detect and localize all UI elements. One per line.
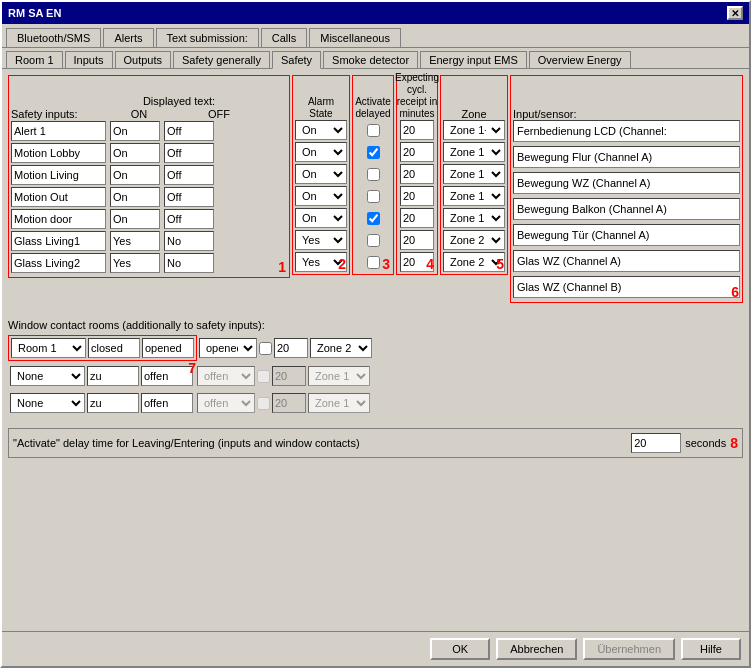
wc-opened-2[interactable] [141, 393, 193, 413]
input-name-0[interactable] [11, 121, 106, 141]
wc-room-select-0[interactable]: Room 1 [11, 338, 86, 358]
activate-delay-input[interactable] [631, 433, 681, 453]
wc-closed-0[interactable] [88, 338, 140, 358]
activate-cb-5[interactable] [367, 234, 380, 247]
wc-opened-0[interactable] [142, 338, 194, 358]
sensor-item-4: Bewegung Tür (Channel A) [513, 224, 740, 246]
input-off-3[interactable] [164, 187, 214, 207]
alarm-select-0[interactable]: On [295, 120, 347, 140]
input-on-4[interactable] [110, 209, 160, 229]
wc-row-0: Room 1 7 opened Zone 2 [8, 335, 743, 361]
zone-select-4[interactable]: Zone 1 [443, 208, 505, 228]
input-on-3[interactable] [110, 187, 160, 207]
alarm-state-header: Alarm State [295, 96, 347, 120]
alarm-select-3[interactable]: On [295, 186, 347, 206]
expect-4[interactable] [400, 208, 434, 228]
close-button[interactable]: ✕ [727, 6, 743, 20]
tab-safety-generally[interactable]: Safety generally [173, 51, 270, 68]
activate-cb-4[interactable] [367, 212, 380, 225]
tab-smoke-detector[interactable]: Smoke detector [323, 51, 418, 68]
ok-button[interactable]: OK [430, 638, 490, 660]
activate-cb-3[interactable] [367, 190, 380, 203]
off-header: OFF [194, 108, 244, 120]
activate-delayed-rows [355, 120, 391, 272]
tab-miscellaneous[interactable]: Miscellaneous [309, 28, 401, 47]
tab-energy-input-ems[interactable]: Energy input EMS [420, 51, 527, 68]
expect-3[interactable] [400, 186, 434, 206]
input-name-5[interactable] [11, 231, 106, 251]
alarm-select-2[interactable]: On [295, 164, 347, 184]
tab-calls[interactable]: Calls [261, 28, 307, 47]
wc-opened-1[interactable] [141, 366, 193, 386]
wc-closed-2[interactable] [87, 393, 139, 413]
section-5-label: 5 [496, 256, 504, 272]
alarm-select-4[interactable]: On [295, 208, 347, 228]
zone-select-1[interactable]: Zone 1 [443, 142, 505, 162]
zone-select-0[interactable]: Zone 1+2 [443, 120, 505, 140]
sensor-item-3: Bewegung Balkon (Channel A) [513, 198, 740, 220]
input-on-2[interactable] [110, 165, 160, 185]
input-on-6[interactable] [110, 253, 160, 273]
tab-alerts[interactable]: Alerts [103, 28, 153, 47]
zone-rows: Zone 1+2 Zone 1 Zone 1 Zone 1 Zone 1 Zon… [443, 120, 505, 272]
wc-alarm-0[interactable]: opened [199, 338, 257, 358]
wc-closed-1[interactable] [87, 366, 139, 386]
input-name-3[interactable] [11, 187, 106, 207]
input-on-0[interactable] [110, 121, 160, 141]
tab-outputs[interactable]: Outputs [115, 51, 172, 68]
input-off-4[interactable] [164, 209, 214, 229]
expect-5[interactable] [400, 230, 434, 250]
wc-cb-2 [257, 397, 270, 410]
expect-2[interactable] [400, 164, 434, 184]
zone-select-2[interactable]: Zone 1 [443, 164, 505, 184]
abbrechen-button[interactable]: Abbrechen [496, 638, 577, 660]
tab-bluetooth-sms[interactable]: Bluetooth/SMS [6, 28, 101, 47]
zone-select-3[interactable]: Zone 1 [443, 186, 505, 206]
alarm-select-5[interactable]: Yes [295, 230, 347, 250]
input-on-1[interactable] [110, 143, 160, 163]
section-8-label: 8 [730, 435, 738, 451]
tab-text-submission[interactable]: Text submission: [156, 28, 259, 47]
input-name-2[interactable] [11, 165, 106, 185]
ubernehmen-button[interactable]: Übernehmen [583, 638, 675, 660]
tab-overview-energy[interactable]: Overview Energy [529, 51, 631, 68]
hilfe-button[interactable]: Hilfe [681, 638, 741, 660]
wc-zone-0[interactable]: Zone 2 [310, 338, 372, 358]
wc-cb-0[interactable] [259, 342, 272, 355]
wc-room-select-1[interactable]: None [10, 366, 85, 386]
wc-row-2: None offen Zone 1 [8, 391, 743, 415]
input-off-1[interactable] [164, 143, 214, 163]
expecting-rows [399, 120, 435, 272]
wc-row-1: None offen Zone 1 [8, 364, 743, 388]
zone-select-5[interactable]: Zone 2 [443, 230, 505, 250]
wc-expect-0[interactable] [274, 338, 308, 358]
tab-safety[interactable]: Safety [272, 51, 321, 69]
row-motion-door [11, 209, 287, 229]
input-name-4[interactable] [11, 209, 106, 229]
activate-cb-0[interactable] [367, 124, 380, 137]
activate-cb-2[interactable] [367, 168, 380, 181]
expect-0[interactable] [400, 120, 434, 140]
alarm-select-1[interactable]: On [295, 142, 347, 162]
tab-inputs[interactable]: Inputs [65, 51, 113, 68]
window-contacts-section: Window contact rooms (additionally to sa… [8, 319, 743, 418]
activate-cb-6[interactable] [367, 256, 380, 269]
sensor-item-1: Bewegung Flur (Channel A) [513, 146, 740, 168]
main-content: Safety inputs: Displayed text: ON OFF [2, 69, 749, 631]
activate-cb-1[interactable] [367, 146, 380, 159]
input-off-6[interactable] [164, 253, 214, 273]
input-sensor-header: Input/sensor: [513, 108, 577, 120]
tab-room1[interactable]: Room 1 [6, 51, 63, 68]
input-off-2[interactable] [164, 165, 214, 185]
input-on-5[interactable] [110, 231, 160, 251]
input-name-6[interactable] [11, 253, 106, 273]
input-off-5[interactable] [164, 231, 214, 251]
expect-1[interactable] [400, 142, 434, 162]
input-off-0[interactable] [164, 121, 214, 141]
main-window: RM SA EN ✕ Bluetooth/SMS Alerts Text sub… [0, 0, 751, 668]
wc-room-select-2[interactable]: None [10, 393, 85, 413]
section-5: Zone Zone 1+2 Zone 1 Zone 1 Zone 1 Zone … [440, 75, 508, 275]
wc-alarm-2: offen [197, 393, 255, 413]
input-name-1[interactable] [11, 143, 106, 163]
section-3: Activate delayed 3 [352, 75, 394, 275]
